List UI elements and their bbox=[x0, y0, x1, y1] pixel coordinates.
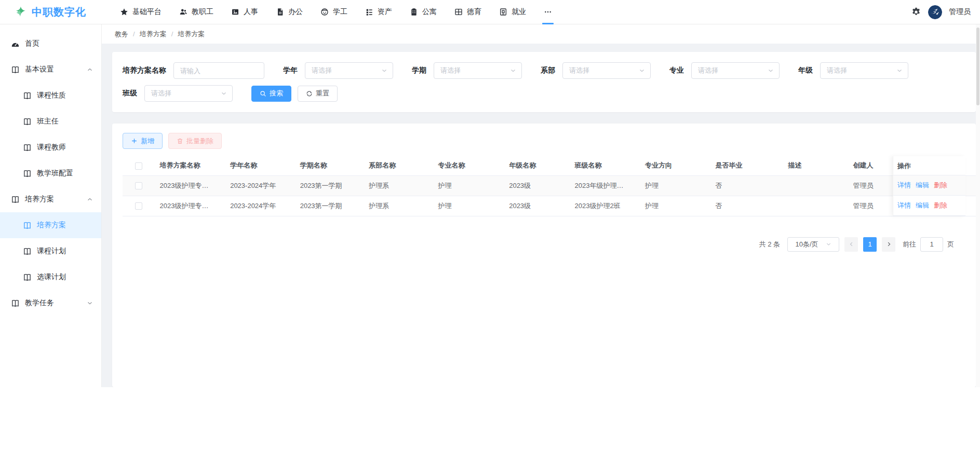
filter-label: 培养方案名称 bbox=[123, 66, 166, 75]
col-header: 描述 bbox=[783, 156, 848, 175]
school-year-select[interactable]: 请选择 bbox=[305, 62, 393, 79]
next-page-button[interactable] bbox=[882, 237, 895, 252]
trash-icon bbox=[177, 138, 183, 144]
cell-dept: 护理系 bbox=[364, 175, 433, 196]
sidebar-item-course-nature[interactable]: 课程性质 bbox=[0, 83, 101, 108]
goto-label: 前往 bbox=[903, 240, 916, 249]
edit-link[interactable]: 编辑 bbox=[916, 201, 929, 210]
nav-label: 办公 bbox=[288, 7, 303, 17]
prev-page-button[interactable] bbox=[844, 237, 858, 252]
edit-link[interactable]: 编辑 bbox=[916, 181, 929, 190]
cell-graduated: 否 bbox=[710, 175, 783, 196]
chevron-down-icon bbox=[381, 67, 387, 74]
row-actions: 详情 编辑 删除 bbox=[893, 196, 965, 216]
dashboard-icon bbox=[11, 39, 20, 48]
breadcrumb-item[interactable]: 培养方案 bbox=[178, 30, 205, 39]
nav-item-office[interactable]: 办公 bbox=[267, 0, 312, 24]
sidebar-item-head-teacher[interactable]: 班主任 bbox=[0, 108, 101, 134]
nav-label: 教职工 bbox=[192, 7, 213, 17]
delete-link[interactable]: 删除 bbox=[934, 181, 947, 190]
cell-dept: 护理系 bbox=[364, 196, 433, 216]
sidebar-item-home[interactable]: 首页 bbox=[0, 31, 101, 57]
detail-link[interactable]: 详情 bbox=[897, 181, 911, 190]
nav-item-student-affairs[interactable]: 学工 bbox=[312, 0, 356, 24]
reset-button[interactable]: 重置 bbox=[298, 86, 338, 102]
nav-item-hr[interactable]: 人事 bbox=[222, 0, 267, 24]
cell-grade: 2023级 bbox=[504, 196, 569, 216]
sidebar-item-label: 教学任务 bbox=[25, 298, 54, 308]
cell-plan-name: 2023级护理专… bbox=[155, 175, 225, 196]
detail-link[interactable]: 详情 bbox=[897, 201, 911, 210]
nav-item-staff[interactable]: 教职工 bbox=[170, 0, 222, 24]
cell-class: 2023年级护理… bbox=[569, 175, 640, 196]
sidebar-item-training-plan-group[interactable]: 培养方案 bbox=[0, 186, 101, 212]
row-checkbox[interactable] bbox=[135, 202, 142, 210]
sidebar-item-course-selection-plan[interactable]: 选课计划 bbox=[0, 264, 101, 290]
filter-label: 年级 bbox=[798, 66, 813, 75]
batch-delete-button[interactable]: 批量删除 bbox=[168, 133, 222, 149]
sidebar-item-training-plan[interactable]: 培养方案 bbox=[0, 212, 101, 238]
nav-label: 学工 bbox=[333, 7, 347, 17]
col-header: 培养方案名称 bbox=[155, 156, 225, 175]
page-scrollbar[interactable] bbox=[976, 24, 980, 387]
grid-icon bbox=[454, 8, 463, 16]
nav-item-moral-education[interactable]: 德育 bbox=[446, 0, 490, 24]
major-select[interactable]: 请选择 bbox=[691, 62, 780, 79]
sidebar-item-label: 基本设置 bbox=[25, 65, 54, 74]
nav-item-dormitory[interactable]: 公寓 bbox=[401, 0, 446, 24]
sidebar-item-label: 培养方案 bbox=[25, 195, 54, 204]
select-all-checkbox[interactable] bbox=[135, 162, 142, 170]
nav-item-more[interactable] bbox=[535, 0, 561, 24]
department-select[interactable]: 请选择 bbox=[562, 62, 651, 79]
book-icon bbox=[23, 91, 32, 100]
chevron-down-icon bbox=[896, 67, 903, 74]
page-number-button[interactable]: 1 bbox=[863, 237, 877, 252]
table-row[interactable]: 2023级护理专… 2023-2024学年 2023第一学期 护理系 护理 20… bbox=[123, 196, 976, 216]
grade-select[interactable]: 请选择 bbox=[820, 62, 908, 79]
delete-link[interactable]: 删除 bbox=[934, 201, 947, 210]
row-checkbox[interactable] bbox=[135, 182, 142, 189]
nav-item-base-platform[interactable]: 基础平台 bbox=[111, 0, 170, 24]
goto-page-input[interactable] bbox=[920, 237, 943, 252]
table-row[interactable]: 2023级护理专… 2023-2024学年 2023第一学期 护理系 护理 20… bbox=[123, 175, 976, 196]
gear-icon[interactable] bbox=[911, 7, 921, 17]
user-name[interactable]: 管理员 bbox=[949, 7, 971, 17]
add-button[interactable]: 新增 bbox=[123, 133, 163, 149]
col-header: 专业方向 bbox=[640, 156, 710, 175]
page-size-select[interactable]: 10条/页 bbox=[787, 237, 839, 252]
sidebar-item-teaching-class-config[interactable]: 教学班配置 bbox=[0, 160, 101, 186]
book-icon bbox=[23, 169, 32, 178]
chevron-up-icon bbox=[87, 196, 93, 202]
sidebar-item-label: 教学班配置 bbox=[37, 169, 73, 178]
nav-item-employment[interactable]: 就业 bbox=[490, 0, 535, 24]
sidebar: 首页 基本设置 课程性质 班主任 课程教师 教学班配置 bbox=[0, 24, 102, 387]
brand[interactable]: 中职数字化 bbox=[14, 5, 111, 19]
cell-creator: 管理员 bbox=[848, 175, 890, 196]
cell-major: 护理 bbox=[433, 196, 504, 216]
sidebar-item-label: 课程教师 bbox=[37, 143, 66, 152]
search-icon bbox=[260, 90, 266, 97]
breadcrumb-item[interactable]: 培养方案 bbox=[140, 30, 167, 39]
plan-name-input[interactable] bbox=[173, 62, 264, 79]
select-placeholder: 请选择 bbox=[151, 89, 221, 98]
chevron-up-icon bbox=[87, 66, 93, 73]
topbar-right: 管理员 bbox=[911, 5, 971, 19]
breadcrumb-item[interactable]: 教务 bbox=[115, 30, 128, 39]
user-avatar[interactable] bbox=[928, 5, 942, 19]
book-icon bbox=[23, 273, 32, 282]
nav-item-assets[interactable]: 资产 bbox=[356, 0, 401, 24]
main-content: 教务 / 培养方案 / 培养方案 培养方案名称 学年 bbox=[102, 24, 980, 387]
filter-label: 学期 bbox=[412, 66, 426, 75]
data-table: 培养方案名称 学年名称 学期名称 系部名称 专业名称 年级名称 班级名称 专业方… bbox=[123, 156, 965, 216]
class-select[interactable]: 请选择 bbox=[144, 85, 233, 102]
scrollbar-thumb[interactable] bbox=[976, 28, 979, 105]
sidebar-item-course-plan[interactable]: 课程计划 bbox=[0, 238, 101, 264]
semester-select[interactable]: 请选择 bbox=[434, 62, 522, 79]
logo-leaf-icon bbox=[14, 5, 27, 19]
search-button[interactable]: 搜索 bbox=[251, 86, 291, 102]
sidebar-item-teaching-tasks[interactable]: 教学任务 bbox=[0, 290, 101, 316]
row-actions: 详情 编辑 删除 bbox=[893, 175, 965, 196]
sidebar-item-basic-settings[interactable]: 基本设置 bbox=[0, 57, 101, 83]
filter-major: 专业 请选择 bbox=[669, 62, 780, 79]
sidebar-item-course-teacher[interactable]: 课程教师 bbox=[0, 134, 101, 160]
